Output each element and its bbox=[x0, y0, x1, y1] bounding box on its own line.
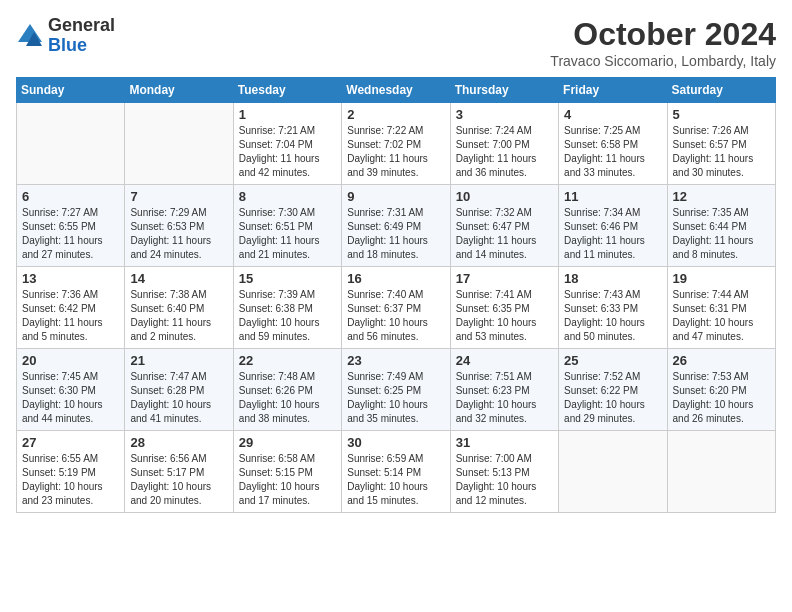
page-header: General Blue October 2024 Travaco Siccom… bbox=[16, 16, 776, 69]
day-info: Sunrise: 7:00 AM Sunset: 5:13 PM Dayligh… bbox=[456, 452, 553, 508]
weekday-header: Wednesday bbox=[342, 78, 450, 103]
day-number: 28 bbox=[130, 435, 227, 450]
day-number: 29 bbox=[239, 435, 336, 450]
weekday-header: Saturday bbox=[667, 78, 775, 103]
day-number: 30 bbox=[347, 435, 444, 450]
calendar-day-cell bbox=[667, 431, 775, 513]
day-number: 12 bbox=[673, 189, 770, 204]
day-info: Sunrise: 7:22 AM Sunset: 7:02 PM Dayligh… bbox=[347, 124, 444, 180]
calendar-table: SundayMondayTuesdayWednesdayThursdayFrid… bbox=[16, 77, 776, 513]
calendar-day-cell: 9Sunrise: 7:31 AM Sunset: 6:49 PM Daylig… bbox=[342, 185, 450, 267]
day-info: Sunrise: 7:48 AM Sunset: 6:26 PM Dayligh… bbox=[239, 370, 336, 426]
calendar-day-cell: 7Sunrise: 7:29 AM Sunset: 6:53 PM Daylig… bbox=[125, 185, 233, 267]
day-info: Sunrise: 7:21 AM Sunset: 7:04 PM Dayligh… bbox=[239, 124, 336, 180]
month-title: October 2024 bbox=[550, 16, 776, 53]
day-info: Sunrise: 7:29 AM Sunset: 6:53 PM Dayligh… bbox=[130, 206, 227, 262]
calendar-day-cell: 16Sunrise: 7:40 AM Sunset: 6:37 PM Dayli… bbox=[342, 267, 450, 349]
calendar-day-cell: 23Sunrise: 7:49 AM Sunset: 6:25 PM Dayli… bbox=[342, 349, 450, 431]
day-info: Sunrise: 7:40 AM Sunset: 6:37 PM Dayligh… bbox=[347, 288, 444, 344]
day-number: 9 bbox=[347, 189, 444, 204]
day-number: 21 bbox=[130, 353, 227, 368]
calendar-day-cell: 14Sunrise: 7:38 AM Sunset: 6:40 PM Dayli… bbox=[125, 267, 233, 349]
day-info: Sunrise: 7:24 AM Sunset: 7:00 PM Dayligh… bbox=[456, 124, 553, 180]
day-number: 11 bbox=[564, 189, 661, 204]
weekday-header: Tuesday bbox=[233, 78, 341, 103]
day-info: Sunrise: 7:45 AM Sunset: 6:30 PM Dayligh… bbox=[22, 370, 119, 426]
day-number: 2 bbox=[347, 107, 444, 122]
calendar-day-cell: 12Sunrise: 7:35 AM Sunset: 6:44 PM Dayli… bbox=[667, 185, 775, 267]
calendar-day-cell: 18Sunrise: 7:43 AM Sunset: 6:33 PM Dayli… bbox=[559, 267, 667, 349]
day-number: 27 bbox=[22, 435, 119, 450]
calendar-day-cell: 5Sunrise: 7:26 AM Sunset: 6:57 PM Daylig… bbox=[667, 103, 775, 185]
calendar-day-cell: 4Sunrise: 7:25 AM Sunset: 6:58 PM Daylig… bbox=[559, 103, 667, 185]
calendar-day-cell: 20Sunrise: 7:45 AM Sunset: 6:30 PM Dayli… bbox=[17, 349, 125, 431]
logo-general-text: General bbox=[48, 16, 115, 36]
day-number: 23 bbox=[347, 353, 444, 368]
logo-blue-text: Blue bbox=[48, 36, 115, 56]
day-number: 31 bbox=[456, 435, 553, 450]
calendar-day-cell: 21Sunrise: 7:47 AM Sunset: 6:28 PM Dayli… bbox=[125, 349, 233, 431]
day-number: 4 bbox=[564, 107, 661, 122]
day-info: Sunrise: 6:56 AM Sunset: 5:17 PM Dayligh… bbox=[130, 452, 227, 508]
day-number: 10 bbox=[456, 189, 553, 204]
day-info: Sunrise: 7:36 AM Sunset: 6:42 PM Dayligh… bbox=[22, 288, 119, 344]
calendar-day-cell: 31Sunrise: 7:00 AM Sunset: 5:13 PM Dayli… bbox=[450, 431, 558, 513]
day-info: Sunrise: 7:43 AM Sunset: 6:33 PM Dayligh… bbox=[564, 288, 661, 344]
calendar-day-cell: 1Sunrise: 7:21 AM Sunset: 7:04 PM Daylig… bbox=[233, 103, 341, 185]
calendar-day-cell: 30Sunrise: 6:59 AM Sunset: 5:14 PM Dayli… bbox=[342, 431, 450, 513]
calendar-week-row: 1Sunrise: 7:21 AM Sunset: 7:04 PM Daylig… bbox=[17, 103, 776, 185]
day-number: 17 bbox=[456, 271, 553, 286]
day-info: Sunrise: 7:52 AM Sunset: 6:22 PM Dayligh… bbox=[564, 370, 661, 426]
day-number: 14 bbox=[130, 271, 227, 286]
day-info: Sunrise: 7:35 AM Sunset: 6:44 PM Dayligh… bbox=[673, 206, 770, 262]
day-number: 15 bbox=[239, 271, 336, 286]
day-number: 26 bbox=[673, 353, 770, 368]
weekday-header: Sunday bbox=[17, 78, 125, 103]
calendar-day-cell: 8Sunrise: 7:30 AM Sunset: 6:51 PM Daylig… bbox=[233, 185, 341, 267]
calendar-day-cell: 3Sunrise: 7:24 AM Sunset: 7:00 PM Daylig… bbox=[450, 103, 558, 185]
calendar-day-cell: 2Sunrise: 7:22 AM Sunset: 7:02 PM Daylig… bbox=[342, 103, 450, 185]
day-info: Sunrise: 7:34 AM Sunset: 6:46 PM Dayligh… bbox=[564, 206, 661, 262]
calendar-day-cell bbox=[559, 431, 667, 513]
calendar-day-cell: 25Sunrise: 7:52 AM Sunset: 6:22 PM Dayli… bbox=[559, 349, 667, 431]
calendar-day-cell bbox=[17, 103, 125, 185]
calendar-week-row: 13Sunrise: 7:36 AM Sunset: 6:42 PM Dayli… bbox=[17, 267, 776, 349]
calendar-day-cell: 27Sunrise: 6:55 AM Sunset: 5:19 PM Dayli… bbox=[17, 431, 125, 513]
logo: General Blue bbox=[16, 16, 115, 56]
day-number: 22 bbox=[239, 353, 336, 368]
day-number: 7 bbox=[130, 189, 227, 204]
day-info: Sunrise: 7:38 AM Sunset: 6:40 PM Dayligh… bbox=[130, 288, 227, 344]
day-number: 3 bbox=[456, 107, 553, 122]
day-number: 6 bbox=[22, 189, 119, 204]
title-block: October 2024 Travaco Siccomario, Lombard… bbox=[550, 16, 776, 69]
calendar-day-cell: 26Sunrise: 7:53 AM Sunset: 6:20 PM Dayli… bbox=[667, 349, 775, 431]
day-number: 18 bbox=[564, 271, 661, 286]
day-info: Sunrise: 7:26 AM Sunset: 6:57 PM Dayligh… bbox=[673, 124, 770, 180]
day-number: 19 bbox=[673, 271, 770, 286]
calendar-day-cell: 17Sunrise: 7:41 AM Sunset: 6:35 PM Dayli… bbox=[450, 267, 558, 349]
day-info: Sunrise: 6:55 AM Sunset: 5:19 PM Dayligh… bbox=[22, 452, 119, 508]
calendar-day-cell: 29Sunrise: 6:58 AM Sunset: 5:15 PM Dayli… bbox=[233, 431, 341, 513]
day-number: 20 bbox=[22, 353, 119, 368]
day-info: Sunrise: 7:25 AM Sunset: 6:58 PM Dayligh… bbox=[564, 124, 661, 180]
weekday-header: Thursday bbox=[450, 78, 558, 103]
day-info: Sunrise: 7:49 AM Sunset: 6:25 PM Dayligh… bbox=[347, 370, 444, 426]
day-number: 24 bbox=[456, 353, 553, 368]
day-info: Sunrise: 7:39 AM Sunset: 6:38 PM Dayligh… bbox=[239, 288, 336, 344]
calendar-day-cell: 24Sunrise: 7:51 AM Sunset: 6:23 PM Dayli… bbox=[450, 349, 558, 431]
calendar-day-cell: 28Sunrise: 6:56 AM Sunset: 5:17 PM Dayli… bbox=[125, 431, 233, 513]
day-info: Sunrise: 7:31 AM Sunset: 6:49 PM Dayligh… bbox=[347, 206, 444, 262]
logo-icon bbox=[16, 22, 44, 50]
weekday-header: Friday bbox=[559, 78, 667, 103]
day-number: 25 bbox=[564, 353, 661, 368]
day-number: 13 bbox=[22, 271, 119, 286]
calendar-week-row: 27Sunrise: 6:55 AM Sunset: 5:19 PM Dayli… bbox=[17, 431, 776, 513]
weekday-header: Monday bbox=[125, 78, 233, 103]
calendar-week-row: 6Sunrise: 7:27 AM Sunset: 6:55 PM Daylig… bbox=[17, 185, 776, 267]
day-info: Sunrise: 6:58 AM Sunset: 5:15 PM Dayligh… bbox=[239, 452, 336, 508]
day-info: Sunrise: 7:32 AM Sunset: 6:47 PM Dayligh… bbox=[456, 206, 553, 262]
day-info: Sunrise: 7:44 AM Sunset: 6:31 PM Dayligh… bbox=[673, 288, 770, 344]
day-number: 1 bbox=[239, 107, 336, 122]
location-subtitle: Travaco Siccomario, Lombardy, Italy bbox=[550, 53, 776, 69]
calendar-day-cell: 10Sunrise: 7:32 AM Sunset: 6:47 PM Dayli… bbox=[450, 185, 558, 267]
